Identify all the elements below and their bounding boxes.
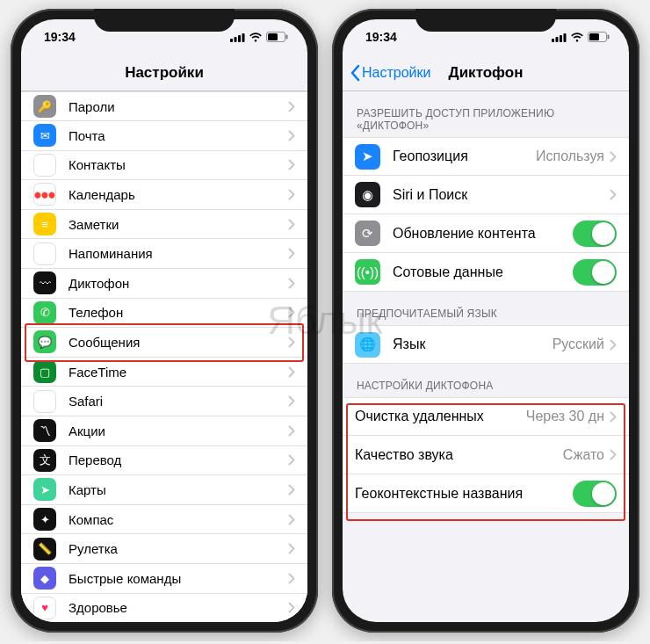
row-label: Акции [69,423,288,438]
nav-bar: Настройки Диктофон [343,54,629,91]
toggle-switch[interactable] [573,481,617,507]
settings-row[interactable]: ≡Заметки [21,210,307,240]
settings-row[interactable]: ◉Siri и Поиск [343,176,629,214]
chevron-right-icon [288,573,295,584]
settings-row[interactable]: 〽︎Акции [21,416,307,446]
translate-icon: 文 [33,449,56,472]
row-value: Через 30 дн [526,409,604,424]
chevron-right-icon [288,602,295,613]
row-label: Рулетка [69,541,288,556]
chevron-right-icon [288,219,295,230]
maps-icon: ➤ [33,478,56,501]
row-label: Обновление контента [393,226,573,242]
key-icon: 🔑 [33,95,56,118]
svg-rect-1 [235,37,237,42]
row-label: Siri и Поиск [393,187,610,203]
back-label: Настройки [362,65,430,81]
battery-icon [266,32,288,42]
reminders-icon: ☰ [33,242,56,265]
group-header: ПРЕДПОЧИТАЕМЫЙ ЯЗЫК [343,292,629,325]
chevron-right-icon [610,411,617,423]
group-header: РАЗРЕШИТЬ ДОСТУП ПРИЛОЖЕНИЮ «ДИКТОФОН» [343,91,629,137]
settings-row[interactable]: Очистка удаленныхЧерез 30 дн [343,397,629,436]
row-label: Сотовые данные [393,264,573,280]
settings-row[interactable]: ☷Контакты [21,151,307,181]
settings-row[interactable]: ⟳Обновление контента [343,214,629,253]
settings-row[interactable]: ☰Напоминания [21,239,307,269]
messages-icon: 💬 [33,330,56,353]
notch [94,9,235,32]
location-icon: ➤ [355,144,380,170]
settings-row[interactable]: ✆Телефон [21,299,307,329]
settings-row[interactable]: 🌐ЯзыкРусский [343,325,629,364]
chevron-right-icon [610,189,617,200]
row-value: Используя [536,148,604,164]
row-label: Компас [69,512,288,527]
compass-icon: ✦ [33,508,56,531]
settings-row[interactable]: 〰Диктофон [21,269,307,299]
screen-left: 19:34 Настройки 🔑Пароли✉︎Почта☷Контакты⬤… [21,19,307,622]
toggle-switch[interactable] [573,221,617,247]
svg-rect-2 [238,35,241,42]
siri-icon: ◉ [355,182,380,207]
chevron-right-icon [288,278,295,289]
toggle-switch[interactable] [573,259,617,286]
row-label: FaceTime [69,365,288,380]
row-label: Здоровье [69,600,288,615]
notch [415,9,556,32]
nav-bar: Настройки [21,54,307,91]
voice-memos-icon: 〰 [33,271,56,294]
settings-row[interactable]: ◆Быстрые команды [21,564,307,594]
settings-row[interactable]: ✉︎Почта [21,121,307,151]
back-button[interactable]: Настройки [350,64,430,82]
svg-rect-9 [560,35,562,42]
settings-row[interactable]: ((•))Сотовые данные [343,253,629,292]
cellular-signal-icon [552,33,567,42]
settings-row[interactable]: ♥Здоровье [21,594,307,623]
settings-row[interactable]: ⬤⬤⬤Календарь [21,180,307,210]
row-label: Почта [69,128,288,143]
settings-row[interactable]: ➤Карты [21,475,307,505]
chevron-right-icon [288,425,295,437]
settings-row[interactable]: 文Перевод [21,446,307,476]
chevron-right-icon [288,543,295,554]
row-label: Телефон [69,305,288,320]
row-label: Очистка удаленных [355,409,526,424]
settings-row[interactable]: ✦Компас [21,505,307,535]
svg-rect-7 [552,39,554,42]
row-label: Быстрые команды [69,571,288,586]
settings-row[interactable]: 📏Рулетка [21,534,307,564]
chevron-right-icon [288,307,295,318]
row-value: Русский [552,336,604,352]
cellular-signal-icon [230,33,245,42]
status-right [552,32,610,42]
row-value: Сжато [563,447,604,463]
contacts-icon: ☷ [33,154,56,177]
settings-row[interactable]: Геоконтекстные названия [343,474,629,513]
chevron-right-icon [610,449,617,460]
settings-row[interactable]: ◉Safari [21,387,307,416]
chevron-right-icon [288,454,295,466]
settings-row[interactable]: 💬Сообщения [21,328,307,358]
safari-icon: ◉ [33,390,56,413]
chevron-right-icon [288,189,295,200]
nav-title: Диктофон [449,64,524,82]
wifi-icon [570,33,584,42]
chevron-right-icon [288,101,295,112]
status-right [230,32,288,42]
row-label: Качество звука [355,447,563,463]
nav-title: Настройки [125,64,204,82]
settings-row[interactable]: ➤ГеопозицияИспользуя [343,137,629,176]
settings-row[interactable]: Качество звукаСжато [343,436,629,474]
measure-icon: 📏 [33,538,56,561]
settings-list[interactable]: 🔑Пароли✉︎Почта☷Контакты⬤⬤⬤Календарь≡Заме… [21,91,307,622]
chevron-right-icon [610,151,617,163]
facetime-icon: ▢ [33,360,56,383]
svg-rect-5 [268,33,278,40]
settings-row[interactable]: 🔑Пароли [21,91,307,121]
voice-memos-settings[interactable]: РАЗРЕШИТЬ ДОСТУП ПРИЛОЖЕНИЮ «ДИКТОФОН»➤Г… [343,91,629,513]
chevron-right-icon [288,336,295,348]
settings-row[interactable]: ▢FaceTime [21,358,307,387]
chevron-left-icon [350,64,360,82]
svg-rect-8 [556,37,559,42]
